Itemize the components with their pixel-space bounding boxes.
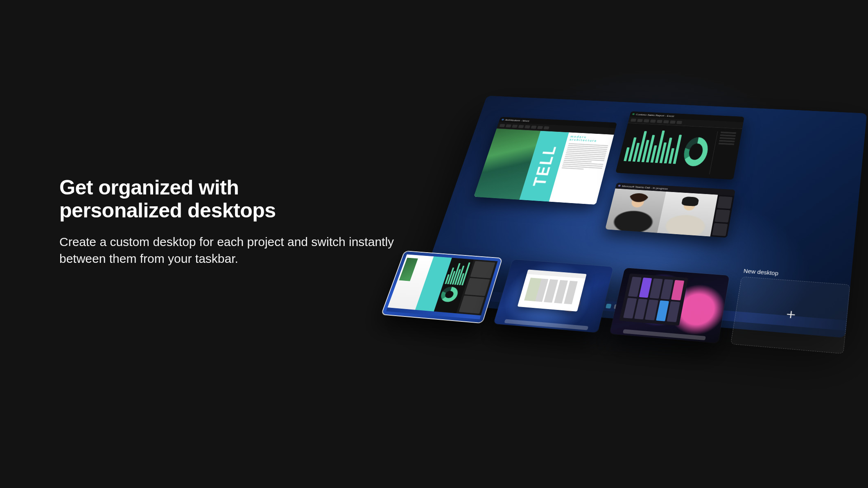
- excel-bars: [624, 127, 683, 164]
- desktop-thumb-contoso[interactable]: Contoso project ✕: [382, 251, 502, 323]
- hero-heading-line2: personalized desktops: [59, 199, 276, 222]
- word-document-body: TELL modern architecture: [474, 129, 614, 205]
- hero-body: Create a custom desktop for each project…: [59, 233, 428, 267]
- word-title: Architecture - Word: [505, 118, 530, 122]
- plus-icon: ＋: [782, 304, 800, 324]
- word-app-icon: [502, 119, 504, 121]
- new-desktop-label: New desktop: [743, 268, 779, 276]
- excel-donut-chart: [681, 137, 710, 167]
- desktop-thumb-content: [386, 254, 497, 319]
- hero-heading: Get organized with personalized desktops: [59, 176, 452, 222]
- desktop-close-button[interactable]: ✕: [495, 251, 502, 256]
- new-desktop-button[interactable]: New desktop ＋: [730, 276, 850, 354]
- word-article-heading: modern architecture: [569, 135, 610, 144]
- desktop-close-button[interactable]: ✕: [721, 268, 730, 273]
- excel-app-icon: [632, 113, 635, 115]
- desktop-scene: Architecture - Word TELL modern architec…: [405, 49, 868, 459]
- teams-app-icon: [618, 185, 621, 187]
- taskbar-thumb: [623, 329, 706, 340]
- taskbar-thumb: [504, 319, 588, 330]
- store-window-thumb: [619, 273, 688, 326]
- browser-window-thumb: [517, 269, 586, 312]
- excel-window[interactable]: Contoso Sales Report - Excel: [615, 111, 744, 180]
- desktop-thumb-main[interactable]: Main Desktop ✕: [493, 260, 613, 333]
- excel-title: Contoso Sales Report - Excel: [636, 113, 674, 117]
- excel-chart-body: [615, 123, 742, 180]
- excel-side-panel: [710, 131, 737, 176]
- desktop-thumb-entertainment[interactable]: Entertainment ✕: [610, 268, 730, 343]
- desktop-close-button[interactable]: ✕: [606, 260, 613, 265]
- hero-heading-line1: Get organized with: [59, 176, 239, 199]
